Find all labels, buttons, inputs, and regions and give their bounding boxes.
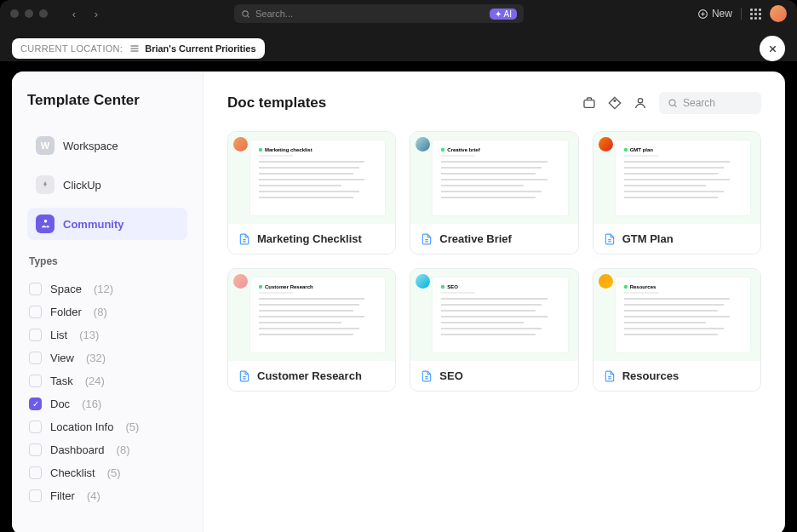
author-avatar: [233, 274, 248, 289]
card-preview: Creative brief: [410, 132, 577, 224]
community-icon: [36, 215, 54, 233]
doc-icon: [604, 233, 616, 245]
card-footer: SEO: [410, 361, 577, 391]
tag-icon[interactable]: [608, 96, 622, 110]
checkbox[interactable]: [29, 420, 42, 433]
type-filter-checklist[interactable]: Checklist (5): [27, 461, 187, 484]
source-item-community[interactable]: Community: [27, 208, 187, 240]
template-card[interactable]: SEO SEO: [410, 268, 578, 392]
forward-button[interactable]: ›: [87, 4, 106, 23]
template-name: Creative Brief: [439, 232, 512, 245]
clickup-icon: [36, 175, 54, 194]
author-avatar: [599, 274, 613, 289]
card-footer: Creative Brief: [410, 224, 577, 254]
maximize-window[interactable]: [39, 9, 48, 18]
source-list: WWorkspaceClickUpCommunity: [27, 129, 187, 240]
check-icon: ✓: [32, 399, 39, 409]
template-name: GTM Plan: [622, 232, 674, 245]
content-title: Doc templates: [227, 94, 326, 112]
minimize-window[interactable]: [25, 9, 33, 18]
checkbox[interactable]: [29, 443, 42, 456]
breadcrumb: CURRENT LOCATION: Brian's Current Priori…: [12, 38, 265, 59]
author-avatar: [416, 137, 430, 152]
close-icon: [767, 43, 778, 54]
card-footer: Marketing Checklist: [228, 224, 395, 254]
user-avatar[interactable]: [770, 5, 787, 22]
ai-sparkle-icon: ✦: [495, 9, 502, 19]
back-button[interactable]: ‹: [65, 4, 83, 23]
svg-point-0: [243, 10, 248, 15]
template-name: Customer Research: [257, 369, 362, 382]
source-item-clickup[interactable]: ClickUp: [27, 169, 187, 201]
checkbox[interactable]: [29, 352, 42, 364]
doc-mock: Marketing checklist: [250, 140, 385, 215]
search-icon: [241, 9, 250, 19]
checkbox[interactable]: [29, 283, 42, 295]
type-filter-list[interactable]: List (13): [27, 323, 187, 346]
doc-icon: [604, 370, 616, 382]
new-button[interactable]: New: [697, 8, 732, 20]
checkbox[interactable]: ✓: [29, 398, 42, 410]
sidebar: Template Center WWorkspaceClickUpCommuni…: [12, 72, 204, 532]
close-button[interactable]: [760, 36, 785, 61]
search-placeholder: Search...: [255, 9, 293, 19]
types-list: Space (12) Folder (8) List (13) View (32…: [27, 277, 187, 507]
source-item-workspace[interactable]: WWorkspace: [27, 129, 187, 162]
doc-icon: [238, 370, 250, 382]
author-avatar: [416, 274, 430, 289]
checkbox[interactable]: [29, 466, 42, 479]
type-filter-task[interactable]: Task (24): [27, 369, 187, 392]
content-area: Doc templates Search Marketing checklist: [204, 72, 785, 532]
types-label: Types: [29, 255, 187, 267]
modal-header: CURRENT LOCATION: Brian's Current Priori…: [0, 27, 797, 61]
svg-point-5: [669, 100, 675, 106]
type-filter-location-info[interactable]: Location Info (5): [27, 415, 187, 438]
card-preview: GMT plan: [593, 132, 760, 224]
type-filter-filter[interactable]: Filter (4): [27, 484, 187, 507]
svg-point-3: [614, 100, 616, 101]
template-search[interactable]: Search: [659, 92, 761, 114]
close-window[interactable]: [10, 9, 19, 18]
list-icon: [129, 43, 140, 54]
header-actions: Search: [582, 92, 761, 114]
template-name: SEO: [439, 369, 462, 382]
window-titlebar: ‹ › Search... ✦ AI New: [0, 0, 797, 27]
template-name: Marketing Checklist: [257, 232, 362, 245]
type-filter-view[interactable]: View (32): [27, 346, 187, 369]
global-search[interactable]: Search... ✦ AI: [234, 4, 524, 23]
doc-mock: SEO: [433, 277, 567, 352]
template-card[interactable]: GMT plan GTM Plan: [593, 131, 761, 255]
type-filter-folder[interactable]: Folder (8): [27, 300, 187, 323]
card-preview: SEO: [410, 269, 577, 361]
type-filter-doc[interactable]: ✓ Doc (16): [27, 392, 187, 415]
checkbox[interactable]: [29, 375, 42, 387]
checkbox[interactable]: [29, 329, 42, 341]
template-card[interactable]: Resources Resources: [593, 268, 761, 392]
breadcrumb-value[interactable]: Brian's Current Priorities: [129, 43, 255, 54]
ai-badge[interactable]: ✦ AI: [490, 9, 517, 20]
card-preview: Resources: [593, 269, 760, 361]
svg-rect-2: [584, 100, 594, 108]
card-footer: Customer Research: [228, 361, 395, 391]
card-footer: Resources: [593, 361, 760, 391]
person-icon[interactable]: [634, 96, 647, 110]
author-avatar: [599, 137, 613, 152]
card-preview: Marketing checklist: [228, 132, 395, 224]
checkbox[interactable]: [29, 306, 42, 318]
doc-icon: [421, 233, 433, 245]
author-avatar: [233, 137, 248, 152]
workspace-icon: W: [36, 136, 54, 155]
template-card[interactable]: Customer Research Customer Research: [227, 268, 396, 392]
card-footer: GTM Plan: [593, 224, 760, 254]
type-filter-dashboard[interactable]: Dashboard (8): [27, 438, 187, 461]
content-header: Doc templates Search: [227, 92, 761, 114]
search-icon: [668, 98, 678, 108]
briefcase-icon[interactable]: [582, 96, 596, 110]
apps-icon[interactable]: [750, 9, 761, 20]
template-card[interactable]: Creative brief Creative Brief: [410, 131, 578, 255]
doc-mock: Creative brief: [433, 140, 567, 215]
type-filter-space[interactable]: Space (12): [27, 277, 187, 300]
template-card[interactable]: Marketing checklist Marketing Checklist: [227, 131, 396, 255]
checkbox[interactable]: [29, 489, 42, 502]
plus-circle-icon: [697, 9, 708, 20]
